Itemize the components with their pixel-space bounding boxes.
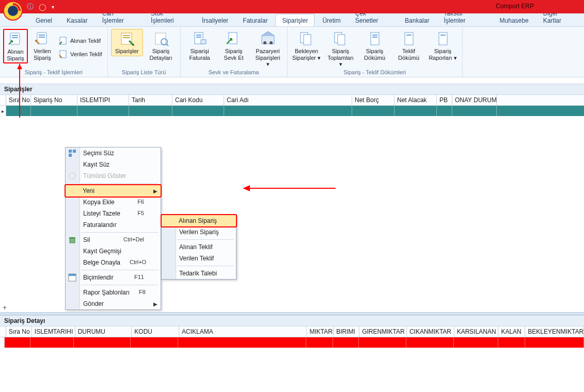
cell[interactable]: [352, 106, 394, 116]
col-header[interactable]: Tarih: [129, 95, 172, 105]
ctx-bicimlendir[interactable]: BiçimlendirF11: [66, 272, 161, 283]
menu-tab-muhasebe[interactable]: Muhasebe: [493, 14, 535, 26]
menu-tab-i-rsaliyeler[interactable]: İrsaliyeler: [195, 14, 235, 26]
svg-rect-32: [406, 35, 412, 36]
col-header[interactable]: Net Borç: [352, 95, 394, 105]
ctx-yeni[interactable]: Yeni ▶: [65, 185, 161, 197]
qat-refresh-icon[interactable]: ◯: [39, 3, 46, 11]
svg-rect-5: [37, 32, 46, 44]
ctx-sub-verilen-siparis[interactable]: Verilen Sipariş: [162, 226, 236, 238]
menu-tab--retim[interactable]: Üretim: [315, 14, 347, 26]
siparisler-button[interactable]: Siparişler: [111, 29, 143, 56]
cell[interactable]: [452, 106, 497, 116]
cell[interactable]: [394, 106, 437, 116]
alinan-siparis-button[interactable]: Alınan Sipariş: [3, 29, 28, 63]
pazaryeri-siparisleri-button[interactable]: Pazaryeri Siparişleri ▾: [252, 29, 284, 69]
col-header[interactable]: Sıra No: [6, 326, 32, 337]
col-header[interactable]: Net Alacak: [394, 95, 437, 105]
menu-tab-sipari-ler[interactable]: Siparişler: [275, 14, 314, 26]
qat-dropdown-icon[interactable]: ▾: [52, 4, 54, 10]
teklif-dokumu-button[interactable]: Teklif Dökümü: [393, 29, 425, 62]
cell[interactable]: [172, 106, 224, 116]
siparis-detayi-grid[interactable]: Sıra NoISLEMTARIHIDURUMUKODUACIKLAMAMIKT…: [0, 326, 584, 348]
siparis-detaylari-button[interactable]: Sipariş Detayları: [145, 29, 177, 62]
context-menu[interactable]: Seçimi Süz Kayıt Süz Tümünü Göster Yeni …: [65, 147, 161, 310]
col-header[interactable]: GIRENMIKTAR: [359, 326, 407, 337]
cell[interactable]: [224, 106, 352, 116]
cell[interactable]: [74, 337, 131, 348]
ctx-kopya-ekle[interactable]: Kopya EkleF6: [66, 197, 161, 208]
menu-tab-kasalar[interactable]: Kasalar: [60, 14, 94, 26]
ctx-listeyi-tazele[interactable]: Listeyi TazeleF5: [66, 208, 161, 219]
ctx-tumunu-goster[interactable]: Tümünü Göster: [66, 170, 161, 182]
col-header[interactable]: KODU: [132, 326, 179, 337]
col-header[interactable]: Sipariş No: [31, 95, 77, 105]
siparis-dokumu-button[interactable]: Sipariş Dökümü: [359, 29, 391, 62]
cell[interactable]: [129, 106, 172, 116]
col-header[interactable]: KARSILANAN: [454, 326, 499, 337]
col-header[interactable]: ISLEMTIPI: [77, 95, 129, 105]
cell[interactable]: [31, 106, 77, 116]
svg-rect-30: [372, 37, 377, 38]
ctx-sub-alinan-teklif[interactable]: Alınan Teklif: [162, 241, 236, 253]
grid-empty-row[interactable]: [0, 337, 584, 348]
verilen-siparis-button[interactable]: Verilen Sipariş: [30, 29, 55, 62]
cell[interactable]: [437, 106, 452, 116]
grid-empty-area[interactable]: + Seçimi Süz Kayıt Süz Tümünü Göster Yen…: [0, 116, 584, 312]
ctx-gonder[interactable]: Gönder▶: [66, 298, 161, 309]
ctx-sub-tedarik-talebi[interactable]: Tedarik Talebi: [162, 268, 236, 279]
qat-info-icon[interactable]: ⓘ: [27, 2, 34, 11]
cell[interactable]: [406, 337, 454, 348]
col-header[interactable]: PB: [437, 95, 452, 105]
col-header[interactable]: MIKTARI: [307, 326, 334, 337]
svg-rect-41: [70, 238, 75, 243]
col-header[interactable]: BIRIMI: [334, 326, 359, 337]
ctx-belge-onayla[interactable]: Belge OnaylaCtrl+O: [66, 257, 161, 268]
ctx-rapor-sablonlari[interactable]: Rapor ŞablonlarıF8: [66, 287, 161, 298]
ctx-sil[interactable]: SilCtrl+Del: [66, 234, 161, 246]
col-header[interactable]: ONAY DURUMU: [452, 95, 497, 105]
ctx-kayit-suz-label: Kayıt Süz: [83, 161, 109, 168]
cell[interactable]: [454, 337, 498, 348]
cell[interactable]: [525, 337, 584, 348]
cell[interactable]: [306, 337, 333, 348]
grid-selected-row[interactable]: ▸: [0, 106, 584, 116]
menu-tab-genel[interactable]: Genel: [29, 14, 59, 26]
col-header[interactable]: ACIKLAMA: [179, 326, 307, 337]
col-header[interactable]: Sıra No: [6, 95, 31, 105]
col-header[interactable]: DURUMU: [75, 326, 132, 337]
add-row-button[interactable]: +: [1, 304, 8, 311]
ctx-kayit-gecmisi[interactable]: Kayıt Geçmişi: [66, 246, 161, 257]
alinan-teklif-button[interactable]: Alınan Teklif: [57, 35, 104, 47]
menu-tab-bankalar[interactable]: Bankalar: [398, 14, 436, 26]
cell[interactable]: [359, 337, 406, 348]
col-header[interactable]: ISLEMTARIHI: [32, 326, 75, 337]
cell[interactable]: [30, 337, 74, 348]
ctx-kayit-suz[interactable]: Kayıt Süz: [66, 159, 161, 170]
ctx-faturalandir[interactable]: Faturalandır: [66, 219, 161, 231]
bekleyen-siparisler-button[interactable]: Bekleyen Siparişler ▾: [291, 29, 323, 62]
context-submenu-yeni[interactable]: Alınan Sipariş Verilen Sipariş Alınan Te…: [161, 215, 236, 280]
cell[interactable]: [498, 337, 525, 348]
col-header[interactable]: Cari Adı: [224, 95, 352, 105]
ctx-sub-alinan-siparis[interactable]: Alınan Sipariş: [161, 215, 236, 227]
cell[interactable]: [77, 106, 129, 116]
verilen-teklif-button[interactable]: Verilen Teklif: [57, 48, 104, 60]
siparis-toplamlari-button[interactable]: Sipariş Toplamları ▾: [325, 29, 357, 69]
col-header[interactable]: CIKANMIKTAR: [407, 326, 454, 337]
menu-tab-faturalar[interactable]: Faturalar: [236, 14, 274, 26]
cell[interactable]: [5, 337, 30, 348]
col-header[interactable]: KALAN: [498, 326, 525, 337]
siparis-raporlari-button[interactable]: Sipariş Raporları ▾: [427, 29, 459, 62]
cell[interactable]: [333, 337, 359, 348]
ctx-secimi-suz[interactable]: Seçimi Süz: [66, 148, 161, 159]
col-header[interactable]: Cari Kodu: [172, 95, 224, 105]
siparis-sevket-button[interactable]: Sipariş Sevk Et: [218, 29, 250, 62]
siparisi-faturala-button[interactable]: Siparişi Faturala: [184, 29, 216, 62]
col-header[interactable]: BEKLEYENMIKTAR: [525, 326, 584, 337]
cell[interactable]: [131, 337, 178, 348]
siparisler-grid[interactable]: Sıra NoSipariş NoISLEMTIPITarihCari Kodu…: [0, 95, 584, 116]
ctx-sub-verilen-teklif[interactable]: Verilen Teklif: [162, 253, 236, 264]
cell[interactable]: [178, 337, 306, 348]
cell[interactable]: [6, 106, 31, 116]
